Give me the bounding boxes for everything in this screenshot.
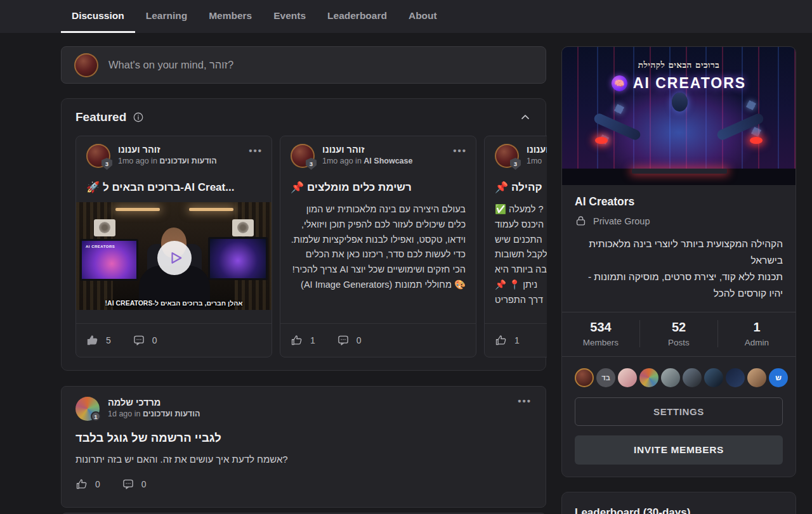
member-avatar[interactable]: [639, 368, 658, 387]
feed-column: What's on your mind, זוהר? Featured: [61, 46, 546, 514]
member-avatar-initials[interactable]: בד: [596, 368, 615, 387]
tab-leaderboard[interactable]: Leaderboard: [317, 0, 398, 33]
post-channel[interactable]: הודעות ועדכונים: [159, 157, 216, 165]
author-name[interactable]: מרדכי שלמה: [108, 397, 200, 408]
figure-head: [672, 93, 688, 112]
leaderboard-card: Leaderboard (30-days): [561, 492, 796, 514]
group-stats: 534 Members 52 Posts 1 Admin: [562, 312, 796, 357]
stat-label: Posts: [640, 338, 717, 347]
post-header: 3 זוהר וענונו 1mo ago in הודעות ועדכונים…: [76, 144, 272, 168]
stat-value: 52: [640, 320, 717, 335]
member-avatar[interactable]: [618, 368, 637, 387]
tab-learning[interactable]: Learning: [135, 0, 198, 33]
screen-label: AI CREATORS: [86, 245, 115, 248]
featured-post-card[interactable]: 3 זוהר וענונו 1mo ago in הודעות ועדכונים…: [75, 136, 272, 357]
stat-admins[interactable]: 1 Admin: [717, 320, 796, 347]
featured-cards-row: 3 זוהר וענונו 1mo ago in הודעות ועדכונים…: [62, 136, 547, 357]
tab-discussion[interactable]: Discussion: [61, 0, 135, 33]
member-avatar-initials[interactable]: ש: [769, 368, 788, 387]
author-avatar[interactable]: 3: [495, 144, 519, 168]
group-info: AI Creators Private Group הקהילה המקצועי…: [562, 185, 796, 302]
like-button[interactable]: 0: [75, 478, 100, 491]
author-name[interactable]: זוהר וענונו: [322, 145, 412, 155]
post-meta: 1d ago in הודעות ועדכונים: [108, 409, 200, 418]
member-avatar[interactable]: [726, 368, 745, 387]
post-channel[interactable]: AI Showcase: [363, 157, 412, 165]
settings-button[interactable]: SETTINGS: [575, 397, 783, 426]
author-name[interactable]: זוהר וענונו: [527, 145, 547, 155]
featured-post-card[interactable]: 3 זוהר וענונו 1mo ago in AI Showcase •••…: [280, 136, 476, 357]
post-title[interactable]: קהילה 📌: [495, 181, 547, 194]
like-button[interactable]: 1: [291, 334, 315, 347]
chevron-up-icon[interactable]: [519, 111, 532, 124]
feed-post-card[interactable]: 1 מרדכי שלמה 1d ago in הודעות ועדכונים •…: [61, 386, 546, 508]
like-count: 5: [106, 335, 111, 345]
thumbs-up-icon: [86, 334, 99, 347]
author-avatar[interactable]: 1: [75, 397, 100, 421]
stat-members[interactable]: 534 Members: [562, 320, 639, 347]
post-time: 1mo ago in: [118, 157, 157, 165]
play-button-icon[interactable]: [157, 241, 192, 275]
stat-value: 534: [562, 320, 639, 335]
post-time: 1d ago in: [108, 409, 140, 418]
thumbs-up-icon: [75, 478, 88, 491]
member-avatar[interactable]: [575, 368, 594, 387]
post-channel[interactable]: הודעות ועדכונים: [143, 409, 200, 418]
community-tab-bar: Discussion Learning Members Events Leade…: [0, 0, 812, 33]
post-header: 3 זוהר וענונו 1mo ago in AI Showcase •••: [280, 144, 476, 168]
stat-posts[interactable]: 52 Posts: [639, 320, 717, 347]
body-line: לקבל תשובות: [495, 247, 547, 262]
post-title[interactable]: 📌 רשימת כלים מומלצים: [291, 181, 466, 194]
group-banner-image[interactable]: ברוכים הבאים לקהילת 🧠 AI CREATORS: [562, 47, 796, 185]
comment-button[interactable]: 0: [133, 334, 157, 347]
author-avatar[interactable]: 3: [86, 144, 110, 168]
member-avatar[interactable]: [747, 368, 766, 387]
author-avatar[interactable]: 3: [291, 144, 315, 168]
more-options-icon[interactable]: •••: [249, 145, 263, 156]
tab-about[interactable]: About: [398, 0, 448, 33]
comment-button[interactable]: 0: [122, 478, 147, 491]
post-header: 3 זוהר וענונו 1mo: [485, 144, 547, 168]
like-button[interactable]: 1: [495, 334, 520, 347]
body-line: דרך התפריט: [495, 293, 547, 308]
privacy-label: Private Group: [593, 216, 650, 226]
post-title[interactable]: 🚀 ברוכים הבאים ל-AI Creat...: [86, 181, 261, 194]
video-caption: אהלן חברים, ברוכים הבאים ל-AI CREATORS!: [76, 299, 272, 307]
banner-brand-text: AI CREATORS: [633, 75, 746, 92]
body-line: בה ביותר היא: [495, 262, 547, 278]
banner-brand-row: 🧠 AI CREATORS: [562, 75, 796, 92]
level-badge: 3: [306, 158, 317, 170]
composer-prompt: What's on your mind, זוהר?: [108, 59, 233, 71]
tab-members[interactable]: Members: [198, 0, 263, 33]
comment-button[interactable]: 0: [337, 334, 362, 347]
member-avatar[interactable]: [683, 368, 702, 387]
post-body: אשמח לדעת איך עושים את זה. והאם יש בזה י…: [75, 454, 532, 465]
banner-welcome-text: ברוכים הבאים לקהילת: [562, 60, 796, 70]
video-thumbnail[interactable]: AI CREATORS אהלן חברים, ברוכים הבאים ל-A…: [76, 202, 272, 310]
more-options-icon[interactable]: •••: [453, 145, 467, 156]
invite-members-button[interactable]: INVITE MEMBERS: [575, 435, 783, 465]
featured-header: Featured: [62, 109, 546, 125]
current-user-avatar[interactable]: [74, 53, 98, 77]
thumbs-up-icon: [291, 334, 303, 347]
featured-section: Featured 3: [61, 98, 546, 371]
post-composer[interactable]: What's on your mind, זוהר?: [61, 46, 546, 84]
group-description: הקהילה המקצועית ביותר ליוצרי בינה מלאכות…: [575, 236, 783, 302]
featured-post-card-partial[interactable]: 3 זוהר וענונו 1mo קהילה 📌 ? למעלה ✅ היכנ…: [484, 136, 547, 357]
author-name[interactable]: זוהר וענונו: [118, 145, 217, 155]
tab-events[interactable]: Events: [263, 0, 317, 33]
member-avatar[interactable]: [704, 368, 723, 387]
level-badge: 3: [102, 158, 112, 170]
info-icon[interactable]: [133, 112, 144, 123]
member-avatar[interactable]: [661, 368, 680, 387]
more-options-icon[interactable]: •••: [518, 395, 532, 406]
post-title[interactable]: לגביי הרשמה של גוגל בלבד: [75, 431, 532, 445]
body-line: היכנס לעמוד: [495, 217, 547, 233]
studio-light: [189, 208, 233, 211]
stat-label: Members: [562, 338, 639, 347]
comment-count: 0: [357, 335, 362, 345]
post-header: 1 מרדכי שלמה 1d ago in הודעות ועדכונים •…: [75, 397, 532, 421]
thumbs-up-icon: [495, 334, 508, 347]
like-count: 1: [514, 335, 520, 345]
like-button[interactable]: 5: [86, 334, 111, 347]
